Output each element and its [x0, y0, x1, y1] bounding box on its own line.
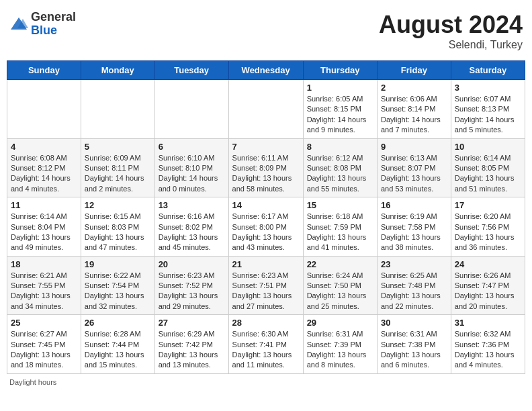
logo-icon	[9, 15, 28, 34]
day-info: Sunrise: 6:30 AM Sunset: 7:41 PM Dayligh…	[232, 329, 300, 371]
day-info: Sunrise: 6:12 AM Sunset: 8:08 PM Dayligh…	[307, 153, 373, 195]
footer-note: Daylight hours	[7, 378, 525, 386]
day-info: Sunrise: 6:11 AM Sunset: 8:09 PM Dayligh…	[232, 153, 300, 195]
day-number: 18	[11, 259, 77, 269]
day-number: 16	[381, 200, 447, 210]
logo: General Blue	[9, 11, 76, 38]
day-number: 30	[381, 318, 447, 328]
day-info: Sunrise: 6:31 AM Sunset: 7:39 PM Dayligh…	[307, 329, 373, 371]
day-number: 10	[455, 142, 521, 152]
calendar-cell: 8Sunrise: 6:12 AM Sunset: 8:08 PM Daylig…	[303, 138, 377, 197]
weekday-header-thursday: Thursday	[303, 61, 377, 80]
calendar-cell: 20Sunrise: 6:23 AM Sunset: 7:52 PM Dayli…	[154, 256, 228, 315]
day-number: 22	[307, 259, 373, 269]
day-info: Sunrise: 6:15 AM Sunset: 8:03 PM Dayligh…	[85, 212, 151, 253]
calendar-cell: 14Sunrise: 6:17 AM Sunset: 8:00 PM Dayli…	[228, 197, 303, 257]
day-info: Sunrise: 6:29 AM Sunset: 7:42 PM Dayligh…	[159, 329, 225, 371]
calendar-cell: 6Sunrise: 6:10 AM Sunset: 8:10 PM Daylig…	[154, 138, 228, 197]
page-header: General Blue August 2024 Selendi, Turkey	[7, 7, 525, 55]
day-info: Sunrise: 6:31 AM Sunset: 7:38 PM Dayligh…	[381, 329, 447, 371]
calendar-week-1: 1Sunrise: 6:05 AM Sunset: 8:15 PM Daylig…	[7, 80, 525, 139]
calendar-cell: 31Sunrise: 6:32 AM Sunset: 7:36 PM Dayli…	[451, 315, 525, 374]
weekday-header-monday: Monday	[81, 61, 154, 80]
weekday-header-tuesday: Tuesday	[154, 61, 228, 80]
calendar-cell: 15Sunrise: 6:18 AM Sunset: 7:59 PM Dayli…	[303, 197, 377, 257]
day-number: 28	[232, 318, 300, 328]
month-year: August 2024	[379, 11, 523, 39]
calendar-week-5: 25Sunrise: 6:27 AM Sunset: 7:45 PM Dayli…	[7, 315, 525, 374]
calendar-week-2: 4Sunrise: 6:08 AM Sunset: 8:12 PM Daylig…	[7, 138, 525, 197]
day-number: 11	[11, 200, 77, 210]
calendar-cell: 30Sunrise: 6:31 AM Sunset: 7:38 PM Dayli…	[377, 315, 451, 374]
weekday-header-row: SundayMondayTuesdayWednesdayThursdayFrid…	[7, 61, 525, 80]
calendar-cell: 27Sunrise: 6:29 AM Sunset: 7:42 PM Dayli…	[154, 315, 228, 374]
day-number: 19	[85, 259, 151, 269]
day-number: 4	[11, 142, 77, 152]
weekday-header-saturday: Saturday	[451, 61, 525, 80]
calendar-cell: 16Sunrise: 6:19 AM Sunset: 7:58 PM Dayli…	[377, 197, 451, 257]
day-info: Sunrise: 6:10 AM Sunset: 8:10 PM Dayligh…	[159, 153, 225, 195]
calendar-cell: 9Sunrise: 6:13 AM Sunset: 8:07 PM Daylig…	[377, 138, 451, 197]
weekday-header-wednesday: Wednesday	[228, 61, 303, 80]
day-number: 13	[159, 200, 225, 210]
title-block: August 2024 Selendi, Turkey	[379, 11, 523, 51]
day-info: Sunrise: 6:05 AM Sunset: 8:15 PM Dayligh…	[307, 94, 373, 136]
day-info: Sunrise: 6:16 AM Sunset: 8:02 PM Dayligh…	[159, 212, 225, 253]
calendar-cell	[154, 80, 228, 139]
calendar-cell: 11Sunrise: 6:14 AM Sunset: 8:04 PM Dayli…	[7, 197, 81, 257]
footer-text: Daylight hours	[9, 378, 56, 386]
calendar-cell: 3Sunrise: 6:07 AM Sunset: 8:13 PM Daylig…	[451, 80, 525, 139]
day-info: Sunrise: 6:18 AM Sunset: 7:59 PM Dayligh…	[307, 212, 373, 253]
day-number: 27	[159, 318, 225, 328]
day-number: 7	[232, 142, 300, 152]
calendar-cell: 17Sunrise: 6:20 AM Sunset: 7:56 PM Dayli…	[451, 197, 525, 257]
day-info: Sunrise: 6:17 AM Sunset: 8:00 PM Dayligh…	[232, 212, 300, 253]
day-number: 24	[455, 259, 521, 269]
calendar-cell: 2Sunrise: 6:06 AM Sunset: 8:14 PM Daylig…	[377, 80, 451, 139]
day-info: Sunrise: 6:27 AM Sunset: 7:45 PM Dayligh…	[11, 329, 77, 371]
calendar-cell: 22Sunrise: 6:24 AM Sunset: 7:50 PM Dayli…	[303, 256, 377, 315]
day-info: Sunrise: 6:09 AM Sunset: 8:11 PM Dayligh…	[85, 153, 151, 195]
day-info: Sunrise: 6:13 AM Sunset: 8:07 PM Dayligh…	[381, 153, 447, 195]
day-number: 20	[159, 259, 225, 269]
calendar-cell: 1Sunrise: 6:05 AM Sunset: 8:15 PM Daylig…	[303, 80, 377, 139]
weekday-header-sunday: Sunday	[7, 61, 81, 80]
day-info: Sunrise: 6:08 AM Sunset: 8:12 PM Dayligh…	[11, 153, 77, 195]
calendar-week-4: 18Sunrise: 6:21 AM Sunset: 7:55 PM Dayli…	[7, 256, 525, 315]
calendar-cell: 25Sunrise: 6:27 AM Sunset: 7:45 PM Dayli…	[7, 315, 81, 374]
calendar-cell	[7, 80, 81, 139]
calendar-cell: 18Sunrise: 6:21 AM Sunset: 7:55 PM Dayli…	[7, 256, 81, 315]
day-info: Sunrise: 6:32 AM Sunset: 7:36 PM Dayligh…	[455, 329, 521, 371]
calendar-cell: 7Sunrise: 6:11 AM Sunset: 8:09 PM Daylig…	[228, 138, 303, 197]
day-info: Sunrise: 6:20 AM Sunset: 7:56 PM Dayligh…	[455, 212, 521, 253]
calendar-cell: 21Sunrise: 6:23 AM Sunset: 7:51 PM Dayli…	[228, 256, 303, 315]
calendar-cell: 13Sunrise: 6:16 AM Sunset: 8:02 PM Dayli…	[154, 197, 228, 257]
day-number: 8	[307, 142, 373, 152]
calendar-cell: 24Sunrise: 6:26 AM Sunset: 7:47 PM Dayli…	[451, 256, 525, 315]
calendar-cell: 29Sunrise: 6:31 AM Sunset: 7:39 PM Dayli…	[303, 315, 377, 374]
day-info: Sunrise: 6:14 AM Sunset: 8:05 PM Dayligh…	[455, 153, 521, 195]
day-info: Sunrise: 6:22 AM Sunset: 7:54 PM Dayligh…	[85, 271, 151, 312]
day-info: Sunrise: 6:26 AM Sunset: 7:47 PM Dayligh…	[455, 271, 521, 312]
day-number: 2	[381, 83, 447, 93]
day-number: 5	[85, 142, 151, 152]
day-number: 26	[85, 318, 151, 328]
calendar-cell: 23Sunrise: 6:25 AM Sunset: 7:48 PM Dayli…	[377, 256, 451, 315]
day-info: Sunrise: 6:25 AM Sunset: 7:48 PM Dayligh…	[381, 271, 447, 312]
calendar-week-3: 11Sunrise: 6:14 AM Sunset: 8:04 PM Dayli…	[7, 197, 525, 257]
calendar-cell: 26Sunrise: 6:28 AM Sunset: 7:44 PM Dayli…	[81, 315, 154, 374]
day-info: Sunrise: 6:07 AM Sunset: 8:13 PM Dayligh…	[455, 94, 521, 136]
day-number: 12	[85, 200, 151, 210]
calendar-cell: 10Sunrise: 6:14 AM Sunset: 8:05 PM Dayli…	[451, 138, 525, 197]
day-info: Sunrise: 6:23 AM Sunset: 7:52 PM Dayligh…	[159, 271, 225, 312]
day-number: 15	[307, 200, 373, 210]
day-info: Sunrise: 6:14 AM Sunset: 8:04 PM Dayligh…	[11, 212, 77, 253]
calendar-cell	[228, 80, 303, 139]
day-number: 6	[159, 142, 225, 152]
calendar-cell	[81, 80, 154, 139]
logo-blue: Blue	[31, 24, 76, 38]
day-info: Sunrise: 6:21 AM Sunset: 7:55 PM Dayligh…	[11, 271, 77, 312]
day-number: 3	[455, 83, 521, 93]
day-info: Sunrise: 6:06 AM Sunset: 8:14 PM Dayligh…	[381, 94, 447, 136]
weekday-header-friday: Friday	[377, 61, 451, 80]
